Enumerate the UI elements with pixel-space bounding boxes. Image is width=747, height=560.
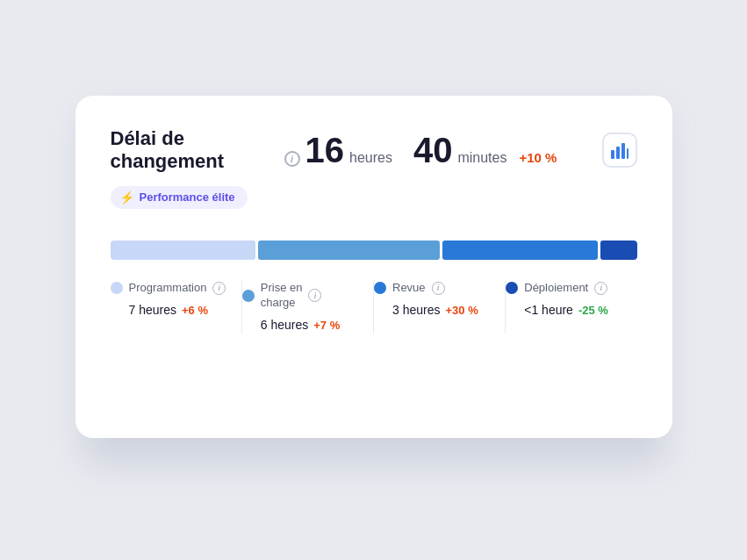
badge-icon: ⚡	[119, 190, 134, 205]
legend-item-programmation: Programmation i 7 heures +6 %	[111, 281, 241, 317]
legend-dot-revue	[374, 282, 386, 294]
bar-seg-deploiement	[600, 241, 636, 260]
legend-info-prise[interactable]: i	[308, 289, 321, 302]
legend-stats-revue: 3 heures +30 %	[374, 303, 478, 317]
legend-header-deploy: Déploiement i	[506, 281, 607, 296]
legend-stats-prise: 6 heures +7 %	[242, 318, 340, 332]
hours-value: 16	[305, 133, 345, 168]
performance-badge: ⚡ Performance élite	[111, 186, 248, 209]
title-line2: changement	[111, 150, 225, 172]
legend-item-prise: Prise encharge i 6 heures +7 %	[242, 281, 373, 332]
legend-info-revue[interactable]: i	[432, 282, 445, 295]
legend-value-revue: 3 heures	[392, 303, 440, 317]
legend-value-prog: 7 heures	[129, 303, 176, 317]
legend-item-deploiement: Déploiement i <1 heure -25 %	[506, 281, 636, 317]
legend-change-deploy: -25 %	[578, 304, 608, 317]
chart-icon-button[interactable]	[602, 133, 637, 168]
hours-label: heures	[349, 150, 392, 166]
legend-stats-prog: 7 heures +6 %	[111, 303, 208, 317]
legend-label-revue: Revue	[392, 281, 426, 296]
header-row: Délai de changement i 16 heures 40 minut…	[111, 127, 637, 174]
legend-dot-deploy	[506, 282, 518, 294]
legend-header-revue: Revue i	[374, 281, 445, 296]
svg-rect-1	[616, 147, 620, 159]
minutes-value: 40	[413, 133, 453, 168]
legend-label-prise: Prise encharge	[261, 281, 303, 311]
badge-text: Performance élite	[140, 190, 235, 204]
legend-row: Programmation i 7 heures +6 % Prise ench…	[111, 281, 637, 334]
badge-row: ⚡ Performance élite	[111, 186, 637, 209]
legend-dot-prise	[242, 290, 255, 302]
legend-value-deploy: <1 heure	[524, 303, 573, 317]
bar-seg-programmation	[111, 241, 255, 260]
legend-label-deploy: Déploiement	[524, 281, 588, 296]
legend-value-prise: 6 heures	[261, 318, 308, 332]
minutes-label: minutes	[457, 150, 506, 166]
card-wrapper: Délai de changement i 16 heures 40 minut…	[75, 96, 672, 464]
legend-info-prog[interactable]: i	[212, 282, 226, 295]
svg-rect-0	[611, 150, 614, 159]
bar-seg-revue	[442, 241, 598, 260]
legend-stats-deploy: <1 heure -25 %	[506, 303, 608, 317]
card-title: Délai de changement	[111, 127, 269, 174]
svg-rect-2	[621, 143, 625, 159]
legend-change-revue: +30 %	[445, 304, 478, 317]
header-info-icon[interactable]: i	[284, 151, 300, 167]
legend-change-prise: +7 %	[313, 319, 340, 332]
legend-dot-prog	[111, 282, 123, 294]
title-block: Délai de changement	[111, 127, 269, 174]
metrics-block: i 16 heures 40 minutes +10 %	[284, 133, 557, 168]
bar-section	[111, 241, 637, 260]
title-line1: Délai de	[111, 127, 184, 149]
legend-header-prog: Programmation i	[111, 281, 226, 296]
bar-chart-icon	[610, 141, 629, 159]
change-badge: +10 %	[519, 150, 557, 165]
legend-change-prog: +6 %	[182, 304, 208, 317]
stacked-bar	[111, 241, 637, 260]
bar-seg-prise-en-charge	[258, 241, 440, 260]
main-card: Délai de changement i 16 heures 40 minut…	[75, 96, 672, 438]
legend-label-prog: Programmation	[129, 281, 207, 296]
svg-rect-3	[627, 148, 628, 159]
legend-header-prise: Prise encharge i	[242, 281, 322, 311]
legend-item-revue: Revue i 3 heures +30 %	[374, 281, 505, 317]
legend-info-deploy[interactable]: i	[594, 282, 607, 295]
